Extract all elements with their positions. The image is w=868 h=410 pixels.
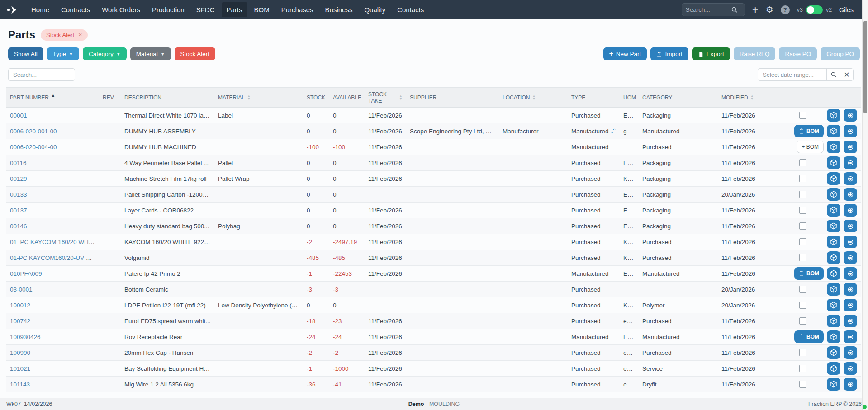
type-filter-button[interactable]: Type ▼ [47,47,79,60]
view-target-button[interactable] [844,156,857,169]
view-target-button[interactable] [844,362,857,375]
show-all-button[interactable]: Show All [8,47,43,60]
column-header-type[interactable]: TYPE [568,88,620,108]
column-header-material[interactable]: MATERIAL▲▼ [214,88,303,108]
view-target-button[interactable] [844,141,857,153]
date-clear-button[interactable]: ✕ [840,68,854,81]
nav-item-work-orders[interactable]: Work Orders [97,2,145,17]
part-number-link[interactable]: 100990 [10,349,30,356]
view-target-button[interactable] [844,220,857,232]
row-checkbox[interactable] [799,317,806,325]
part-number-link[interactable]: 00133 [10,191,27,198]
stock-alert-button[interactable]: Stock Alert [175,47,216,60]
stock-package-button[interactable] [827,378,840,391]
row-checkbox[interactable] [799,238,806,245]
row-checkbox[interactable] [799,175,806,182]
view-target-button[interactable] [844,251,857,264]
row-checkbox[interactable] [799,222,806,230]
stock-package-button[interactable] [827,156,840,169]
part-number-link[interactable]: 00001 [10,112,27,119]
stock-package-button[interactable] [827,315,840,327]
nav-item-production[interactable]: Production [147,2,190,17]
bom-button[interactable]: BOM [794,267,824,280]
stock-package-button[interactable] [827,125,840,137]
view-target-button[interactable] [844,346,857,359]
stock-package-button[interactable] [827,330,840,343]
row-checkbox[interactable] [799,381,806,388]
sort-icon[interactable]: ▲▼ [247,95,251,100]
stock-package-button[interactable] [827,236,840,248]
nav-item-quality[interactable]: Quality [359,2,390,17]
sort-icon[interactable]: ▲▼ [399,95,403,100]
view-target-button[interactable] [844,109,857,122]
material-filter-button[interactable]: Material ▼ [130,47,171,60]
part-number-link[interactable]: 01_PC KAYCOM 160/20 WHITE... [10,239,99,245]
column-header-uom[interactable]: UOM [620,88,639,108]
part-number-link[interactable]: 101021 [10,365,30,372]
remove-filter-icon[interactable]: ✕ [78,32,82,38]
new-part-button[interactable]: + New Part [603,47,647,60]
view-target-button[interactable] [844,378,857,391]
column-header-modified[interactable]: MODIFIED▲▼ [718,88,772,108]
stock-package-button[interactable] [827,220,840,232]
part-number-link[interactable]: 0006-020-001-00 [10,128,57,135]
stock-package-button[interactable] [827,362,840,375]
part-number-link[interactable]: 03-0001 [10,286,33,293]
raise-rfq-button[interactable]: Raise RFQ [734,47,776,60]
part-number-link[interactable]: 100742 [10,318,30,325]
part-number-link[interactable]: 01-PC KAYCOM160/20-UV WH... [10,254,99,261]
column-header-stock-take[interactable]: STOCK TAKE▲▼ [365,88,406,108]
part-number-link[interactable]: 010PFA009 [10,270,42,277]
view-target-button[interactable] [844,283,857,296]
version-toggle[interactable] [806,5,823,14]
stock-package-button[interactable] [827,251,840,264]
view-target-button[interactable] [844,204,857,217]
bom-button[interactable]: BOM [794,330,824,343]
sort-icon[interactable]: ▲▼ [750,95,754,100]
column-header-available[interactable]: AVAILABLE [329,88,365,108]
nav-item-purchases[interactable]: Purchases [276,2,318,17]
stock-package-button[interactable] [827,204,840,217]
column-header-part-number[interactable]: PART NUMBER▲ [6,88,99,108]
category-filter-button[interactable]: Category ▼ [83,47,127,60]
group-po-button[interactable]: Group PO [821,47,860,60]
view-target-button[interactable] [844,125,857,137]
table-search-input[interactable] [8,68,75,81]
stock-package-button[interactable] [827,109,840,122]
column-header-rev-[interactable]: REV. [99,88,121,108]
search-icon[interactable] [731,6,738,13]
part-number-link[interactable]: 101143 [10,381,30,388]
date-range-input[interactable] [758,68,826,81]
user-menu[interactable]: Giles [839,6,854,14]
stock-package-button[interactable] [827,299,840,311]
view-target-button[interactable] [844,315,857,327]
part-number-link[interactable]: 00146 [10,223,27,230]
stock-package-button[interactable] [827,346,840,359]
row-checkbox[interactable] [799,112,806,119]
sort-asc-icon[interactable]: ▲ [51,93,55,98]
sort-icon[interactable]: ▲▼ [532,95,536,100]
part-number-link[interactable]: 0006-020-004-00 [10,144,57,151]
row-checkbox[interactable] [799,159,806,166]
add-icon[interactable]: + [752,5,759,15]
date-search-button[interactable] [826,68,840,81]
stock-package-button[interactable] [827,172,840,185]
part-number-link[interactable]: 100930426 [10,334,41,340]
part-number-link[interactable]: 00116 [10,160,27,166]
stock-package-button[interactable] [827,267,840,280]
export-button[interactable]: Export [692,47,730,60]
view-target-button[interactable] [844,172,857,185]
nav-item-business[interactable]: Business [320,2,358,17]
row-checkbox[interactable] [799,207,806,214]
nav-item-parts[interactable]: Parts [222,2,247,17]
row-checkbox[interactable] [799,254,806,261]
row-checkbox[interactable] [799,302,806,309]
global-search-input[interactable] [686,6,731,13]
column-header-supplier[interactable]: SUPPLIER [406,88,499,108]
gear-icon[interactable]: ⚙ [766,5,773,14]
row-checkbox[interactable] [799,349,806,356]
column-header-location[interactable]: LOCATION▲▼ [499,88,568,108]
bom-button[interactable]: BOM [794,125,824,137]
import-button[interactable]: Import [650,47,688,60]
view-target-button[interactable] [844,188,857,201]
